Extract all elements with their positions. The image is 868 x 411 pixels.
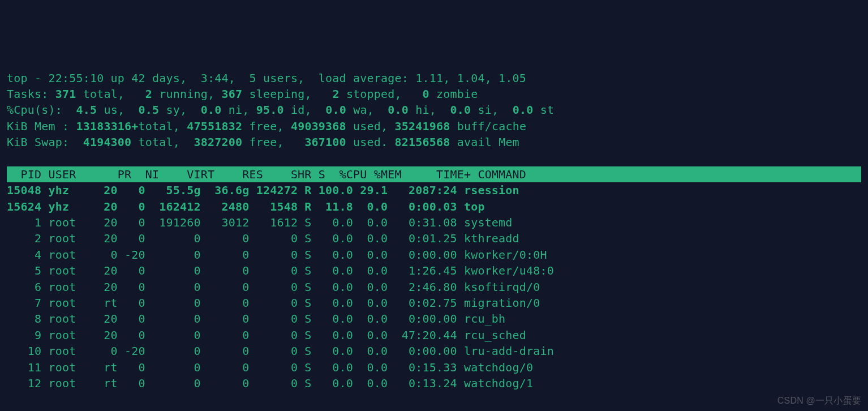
- process-row[interactable]: 5 root 20 0 0 0 0 S 0.0 0.0 1:26.45 kwor…: [7, 264, 554, 277]
- tasks-sleeping: 367: [222, 87, 243, 101]
- process-row[interactable]: 9 root 20 0 0 0 0 S 0.0 0.0 47:20.44 rcu…: [7, 328, 526, 342]
- cpu-ni: 0.0: [201, 103, 222, 117]
- tasks-running: 2: [145, 87, 152, 101]
- tasks-stopped: 2: [332, 87, 339, 101]
- cpu-id: 95.0: [256, 103, 284, 117]
- swap-avail: 82156568: [395, 135, 450, 149]
- cpu-si: 0.0: [450, 103, 471, 117]
- process-row[interactable]: 2 root 20 0 0 0 0 S 0.0 0.0 0:01.25 kthr…: [7, 232, 519, 245]
- mem-free: 47551832: [187, 119, 242, 133]
- swap-free: 3827200: [194, 135, 243, 149]
- tasks-total: 371: [55, 87, 76, 101]
- process-row[interactable]: 1 root 20 0 191260 3012 1612 S 0.0 0.0 0…: [7, 216, 513, 229]
- mem-buff: 35241968: [395, 119, 450, 133]
- process-row[interactable]: 6 root 20 0 0 0 0 S 0.0 0.0 2:46.80 ksof…: [7, 280, 540, 294]
- swap-label: KiB Swap:: [7, 135, 83, 149]
- cpu-sy: 0.5: [139, 103, 160, 117]
- mem-used: 49039368: [291, 119, 346, 133]
- watermark: CSDN @一只小蛋要: [777, 395, 861, 408]
- process-row[interactable]: 12 root rt 0 0 0 0 S 0.0 0.0 0:13.24 wat…: [7, 376, 533, 390]
- process-table-body[interactable]: 15048 yhz 20 0 55.5g 36.6g 124272 R 100.…: [7, 182, 861, 391]
- process-row[interactable]: 8 root 20 0 0 0 0 S 0.0 0.0 0:00.00 rcu_…: [7, 312, 505, 326]
- summary-line-1: top - 22:55:10 up 42 days, 3:44, 5 users…: [7, 71, 526, 85]
- cpu-wa: 0.0: [325, 103, 346, 117]
- process-table-header[interactable]: PID USER PR NI VIRT RES SHR S %CPU %MEM …: [7, 166, 861, 182]
- process-row[interactable]: 15048 yhz 20 0 55.5g 36.6g 124272 R 100.…: [7, 183, 519, 197]
- top-summary: top - 22:55:10 up 42 days, 3:44, 5 users…: [7, 70, 861, 151]
- tasks-label: Tasks:: [7, 87, 55, 101]
- process-row[interactable]: 10 root 0 -20 0 0 0 S 0.0 0.0 0:00.00 lr…: [7, 344, 554, 358]
- mem-total: 13183316+: [76, 119, 138, 133]
- swap-used: 367100: [304, 135, 346, 149]
- cpu-st: 0.0: [513, 103, 534, 117]
- cpu-label: %Cpu(s):: [7, 103, 76, 117]
- process-row[interactable]: 4 root 0 -20 0 0 0 S 0.0 0.0 0:00.00 kwo…: [7, 248, 547, 262]
- process-row[interactable]: 7 root rt 0 0 0 0 S 0.0 0.0 0:02.75 migr…: [7, 296, 540, 310]
- tasks-zombie: 0: [423, 87, 429, 101]
- mem-label: KiB Mem :: [7, 119, 76, 133]
- cpu-us: 4.5: [76, 103, 97, 117]
- process-row[interactable]: 15624 yhz 20 0 162412 2480 1548 R 11.8 0…: [7, 200, 485, 213]
- process-row[interactable]: 11 root rt 0 0 0 0 S 0.0 0.0 0:15.33 wat…: [7, 361, 533, 374]
- swap-total: 4194300: [83, 135, 132, 149]
- cpu-hi: 0.0: [388, 103, 409, 117]
